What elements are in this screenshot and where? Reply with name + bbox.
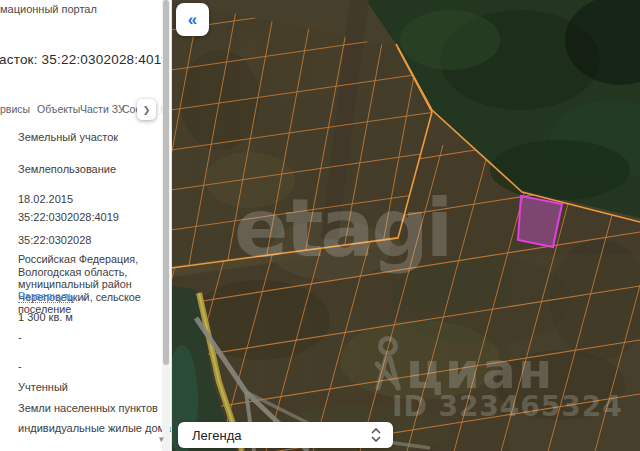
tab-parts-zu[interactable]: Части ЗУ <box>80 103 125 115</box>
legend-select[interactable]: Легенда <box>178 422 393 448</box>
field-quarter-number: 35:22:0302028 <box>18 234 91 246</box>
cadastral-map[interactable]: etagi циан ID 323465324 « Легенда <box>171 0 640 451</box>
portal-title: мационный портал <box>0 3 97 15</box>
parcel-title: асток: 35:22:0302028:4019 <box>0 52 169 67</box>
cian-id-watermark: ID 323465324 <box>392 390 623 423</box>
expand-link-label: Развернуть <box>18 290 74 303</box>
select-updown-icon <box>371 428 381 442</box>
field-permitted-use: индивидуальные жилые дома <box>18 422 171 434</box>
collapse-panel-button[interactable]: « <box>176 3 209 36</box>
panel-tabs: рвисы Объекты Части ЗУ Соста ❯ Г <box>0 101 171 123</box>
selected-parcel[interactable] <box>518 196 562 247</box>
field-cadastral-number: 35:22:0302028:4019 <box>18 211 119 223</box>
tab-services[interactable]: рвисы <box>0 103 30 115</box>
field-land-category: Земли населенных пунктов <box>18 402 158 414</box>
field-dash-2: - <box>18 360 22 372</box>
field-area: 1 300 кв. м <box>18 311 73 323</box>
field-usage: Землепользование <box>18 163 116 175</box>
cadastral-portal-window: мационный портал асток: 35:22:0302028:40… <box>0 0 640 451</box>
chevron-down-icon: ∨ <box>81 293 87 302</box>
chevron-right-icon: ❯ <box>143 105 151 115</box>
field-date: 18.02.2015 <box>18 193 73 205</box>
tabs-scroll-right-button[interactable]: ❯ <box>137 99 156 120</box>
legend-label: Легенда <box>192 428 371 443</box>
etagi-watermark: etagi <box>234 182 450 275</box>
field-status: Учтенный <box>18 381 68 393</box>
field-address: Российская Федерация, Вологодская област… <box>18 253 170 316</box>
parcel-info-panel: мационный портал асток: 35:22:0302028:40… <box>0 0 172 451</box>
panel-scrollbar-thumb[interactable] <box>163 0 169 365</box>
scroll-down-icon[interactable]: ▾ <box>159 434 169 444</box>
field-dash-1: - <box>18 331 22 343</box>
satellite-map-canvas: etagi циан ID 323465324 <box>171 0 640 451</box>
field-object-type: Земельный участок <box>18 131 118 143</box>
chevrons-left-icon: « <box>188 10 197 30</box>
tab-objects[interactable]: Объекты <box>37 103 80 115</box>
expand-link[interactable]: Развернуть ∨ <box>18 290 86 302</box>
